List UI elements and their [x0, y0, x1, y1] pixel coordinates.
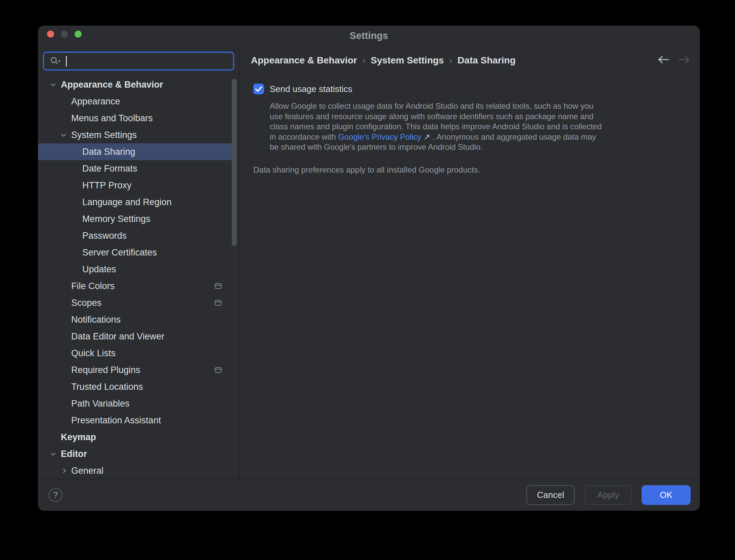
settings-window: Settings Appearance & Behavior App — [38, 26, 700, 511]
tree-row-label: Trusted Locations — [71, 382, 143, 392]
chevron-icon — [61, 399, 71, 408]
chevron-icon — [72, 198, 82, 207]
tree-row-label: Keymap — [61, 432, 96, 442]
tree-row[interactable]: Keymap — [38, 429, 232, 446]
tree-row-label: File Colors — [71, 281, 115, 291]
tree-row[interactable]: Date Formats — [38, 160, 232, 177]
chevron-icon — [61, 332, 71, 341]
tree-row-label: Server Certificates — [82, 247, 157, 258]
send-usage-statistics-checkbox[interactable] — [253, 84, 264, 94]
tree-row[interactable]: Appearance — [38, 93, 232, 110]
tree-row-label: Quick Lists — [71, 348, 116, 359]
tree-row[interactable]: File Colors — [38, 278, 232, 294]
checkbox-label[interactable]: Send usage statistics — [270, 84, 352, 94]
tree-row[interactable]: Notifications — [38, 311, 232, 328]
tree-row[interactable]: Editor — [38, 446, 232, 462]
breadcrumb: Appearance & Behavior › System Settings … — [251, 55, 700, 66]
usage-statistics-description: Allow Google to collect usage data for A… — [270, 101, 606, 152]
tree-row[interactable]: Language and Region — [38, 194, 232, 211]
breadcrumb-separator-icon: › — [362, 55, 365, 66]
chevron-icon — [61, 416, 71, 425]
tree-row-label: Date Formats — [82, 164, 137, 174]
tree-row-label: Required Plugins — [71, 365, 140, 375]
window-badge-icon — [215, 283, 222, 289]
chevron-icon — [61, 315, 71, 324]
tree-row[interactable]: Updates — [38, 261, 232, 278]
apply-button: Apply — [585, 485, 632, 505]
search-input[interactable] — [43, 52, 234, 71]
close-window-button[interactable] — [47, 31, 54, 38]
question-mark-icon: ? — [53, 490, 58, 500]
tree-row[interactable]: Passwords — [38, 227, 232, 244]
titlebar: Settings — [38, 26, 700, 44]
zoom-window-button[interactable] — [75, 31, 82, 38]
tree-row[interactable]: HTTP Proxy — [38, 177, 232, 194]
tree-row[interactable]: Menus and Toolbars — [38, 110, 232, 127]
tree-row-label: Appearance — [71, 96, 120, 107]
breadcrumb-item[interactable]: Appearance & Behavior — [251, 55, 357, 66]
chevron-icon[interactable] — [50, 450, 61, 459]
send-usage-statistics-row: Send usage statistics — [253, 84, 700, 94]
tree-row[interactable]: Data Editor and Viewer — [38, 328, 232, 345]
tree-row-label: Notifications — [71, 315, 121, 325]
breadcrumb-separator-icon: › — [449, 55, 452, 66]
tree-row[interactable]: Memory Settings — [38, 211, 232, 227]
chevron-icon — [61, 97, 71, 106]
sidebar-scrollbar[interactable] — [232, 79, 237, 246]
settings-tree: Appearance & Behavior Appearance Menus a… — [38, 76, 239, 478]
chevron-icon — [61, 366, 71, 375]
settings-sidebar: Appearance & Behavior Appearance Menus a… — [38, 44, 240, 478]
chevron-icon — [72, 181, 82, 190]
tree-row[interactable]: Presentation Assistant — [38, 412, 232, 429]
chevron-icon — [72, 164, 82, 173]
help-button[interactable]: ? — [49, 488, 62, 502]
window-title: Settings — [38, 26, 700, 45]
tree-row[interactable]: Required Plugins — [38, 362, 232, 378]
tree-row-label: Presentation Assistant — [71, 415, 161, 426]
tree-row-label: Appearance & Behavior — [61, 80, 163, 90]
data-sharing-footnote: Data sharing preferences apply to all in… — [253, 165, 700, 175]
tree-row-label: Passwords — [82, 231, 127, 241]
back-arrow-icon[interactable] — [657, 55, 670, 64]
forward-arrow-icon — [678, 55, 690, 64]
tree-row-label: Data Editor and Viewer — [71, 331, 164, 342]
text-caret — [66, 56, 67, 66]
chevron-icon — [61, 114, 71, 123]
minimize-window-button — [61, 31, 68, 38]
tree-row[interactable]: General — [38, 462, 232, 478]
tree-row[interactable]: Path Variables — [38, 395, 232, 412]
privacy-policy-link[interactable]: Google's Privacy Policy — [338, 132, 422, 141]
tree-row-label: Data Sharing — [82, 147, 135, 157]
chevron-icon[interactable] — [50, 80, 61, 89]
tree-row[interactable]: Trusted Locations — [38, 378, 232, 395]
tree-row[interactable]: Appearance & Behavior — [38, 76, 232, 93]
chevron-icon — [61, 349, 71, 358]
tree-row[interactable]: Server Certificates — [38, 244, 232, 261]
tree-row[interactable]: System Settings — [38, 127, 232, 143]
chevron-icon — [72, 265, 82, 274]
breadcrumb-item: Data Sharing — [458, 55, 516, 66]
tree-row[interactable]: Scopes — [38, 294, 232, 311]
ok-button[interactable]: OK — [642, 485, 691, 505]
tree-row[interactable]: Data Sharing — [38, 143, 232, 160]
tree-row-label: Path Variables — [71, 399, 130, 409]
history-navigation — [657, 55, 690, 64]
tree-row[interactable]: Quick Lists — [38, 345, 232, 362]
tree-row-label: System Settings — [71, 130, 137, 140]
main-panel: Appearance & Behavior › System Settings … — [240, 44, 700, 478]
tree-row-label: General — [71, 466, 103, 476]
cancel-button[interactable]: Cancel — [526, 485, 575, 505]
breadcrumb-item[interactable]: System Settings — [371, 55, 444, 66]
dialog-footer: ? Cancel Apply OK — [38, 478, 700, 511]
tree-row-label: Updates — [82, 264, 116, 275]
chevron-icon — [72, 248, 82, 257]
tree-row-label: Scopes — [71, 298, 101, 308]
window-badge-icon — [215, 300, 222, 306]
chevron-icon[interactable] — [61, 131, 71, 140]
chevron-icon — [61, 298, 71, 308]
tree-row-label: Menus and Toolbars — [71, 113, 153, 124]
tree-row-label: Editor — [61, 449, 87, 459]
chevron-icon — [61, 282, 71, 291]
chevron-icon[interactable] — [61, 466, 71, 475]
tree-row-label: Memory Settings — [82, 214, 150, 224]
